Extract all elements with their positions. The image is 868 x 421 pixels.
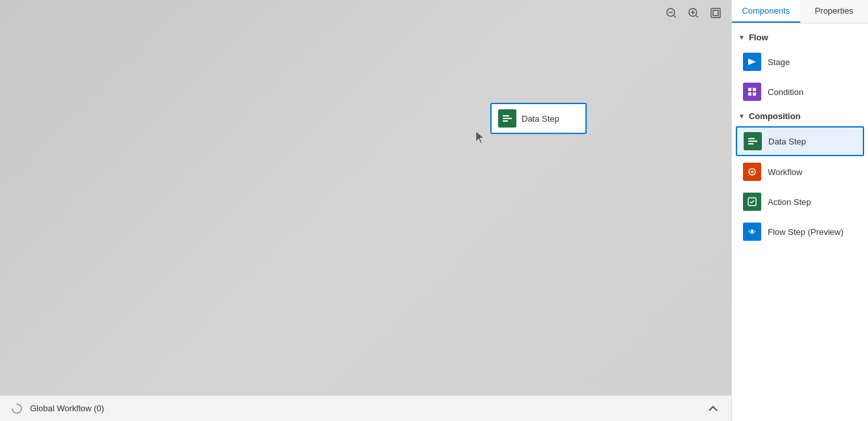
svg-rect-20 bbox=[748, 143, 753, 144]
component-item-data-step[interactable]: Data Step bbox=[736, 126, 864, 156]
status-collapse-button[interactable] bbox=[705, 401, 721, 416]
composition-section-label: Composition bbox=[749, 111, 800, 121]
svg-rect-14 bbox=[748, 88, 751, 91]
svg-rect-9 bbox=[503, 115, 509, 116]
flow-step-icon bbox=[743, 223, 761, 241]
svg-rect-17 bbox=[753, 92, 756, 96]
data-step-icon bbox=[744, 132, 762, 150]
panel-tabs: Components Properties bbox=[732, 0, 868, 23]
svg-rect-8 bbox=[713, 10, 718, 16]
component-item-stage[interactable]: Stage bbox=[736, 48, 864, 76]
cursor-indicator bbox=[475, 130, 486, 144]
data-step-label: Data Step bbox=[768, 137, 806, 146]
section-flow: ▼ Flow bbox=[732, 29, 868, 46]
toolbar-icons bbox=[662, 4, 725, 22]
workflow-spinner-icon bbox=[10, 402, 23, 415]
canvas-node-icon bbox=[498, 109, 516, 128]
component-item-workflow[interactable]: Workflow bbox=[736, 157, 864, 186]
workflow-label: Workflow bbox=[768, 167, 802, 177]
fit-view-button[interactable] bbox=[707, 4, 725, 22]
composition-section-arrow: ▼ bbox=[738, 113, 745, 120]
panel-content: ▼ Flow Stage Condition bbox=[732, 23, 868, 421]
flow-section-arrow: ▼ bbox=[738, 34, 745, 41]
canvas-area: Data Step Global Workflow (0) bbox=[0, 0, 731, 421]
svg-rect-11 bbox=[503, 120, 508, 122]
status-workflow-label: Global Workflow (0) bbox=[30, 403, 104, 413]
status-workflow: Global Workflow (0) bbox=[10, 402, 104, 415]
condition-label: Condition bbox=[768, 87, 804, 97]
svg-rect-10 bbox=[503, 118, 512, 119]
component-item-flow-step[interactable]: Flow Step (Preview) bbox=[736, 217, 864, 246]
svg-line-6 bbox=[696, 16, 698, 18]
svg-point-24 bbox=[751, 230, 753, 233]
action-step-icon bbox=[743, 193, 761, 211]
component-item-action-step[interactable]: Action Step bbox=[736, 187, 864, 216]
workflow-icon bbox=[743, 163, 761, 181]
stage-label: Stage bbox=[768, 57, 790, 67]
svg-rect-18 bbox=[748, 138, 755, 139]
svg-rect-19 bbox=[748, 141, 757, 142]
flow-step-label: Flow Step (Preview) bbox=[768, 227, 843, 237]
flow-section-label: Flow bbox=[749, 33, 768, 42]
tab-properties[interactable]: Properties bbox=[800, 0, 869, 23]
zoom-in-button[interactable] bbox=[684, 4, 703, 22]
svg-point-22 bbox=[751, 170, 753, 173]
status-bar: Global Workflow (0) bbox=[0, 395, 731, 421]
svg-marker-13 bbox=[748, 59, 756, 65]
svg-rect-7 bbox=[711, 8, 720, 18]
component-item-condition[interactable]: Condition bbox=[736, 77, 864, 106]
tab-components[interactable]: Components bbox=[732, 0, 800, 23]
svg-point-12 bbox=[12, 404, 21, 413]
stage-icon bbox=[743, 53, 761, 71]
svg-rect-16 bbox=[748, 92, 751, 96]
condition-icon bbox=[743, 83, 761, 101]
zoom-out-button[interactable] bbox=[662, 4, 680, 22]
action-step-label: Action Step bbox=[768, 197, 811, 207]
right-panel: Components Properties ▼ Flow Stage bbox=[731, 0, 868, 421]
canvas-data-step-node[interactable]: Data Step bbox=[490, 103, 587, 134]
svg-line-2 bbox=[674, 16, 676, 18]
svg-rect-15 bbox=[753, 88, 756, 91]
canvas-node-label: Data Step bbox=[522, 114, 559, 124]
section-composition: ▼ Composition bbox=[732, 107, 868, 125]
